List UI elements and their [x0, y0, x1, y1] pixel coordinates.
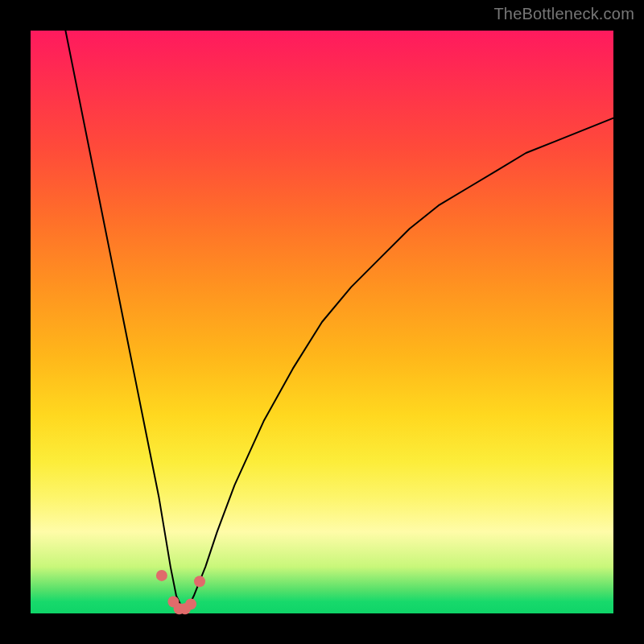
plot-area: [31, 31, 613, 613]
marker-dot: [194, 576, 205, 587]
highlight-markers: [156, 570, 205, 614]
watermark-text: TheBottleneck.com: [493, 5, 634, 23]
curve-layer: [31, 31, 613, 613]
chart-canvas: TheBottleneck.com: [0, 0, 644, 644]
marker-dot: [185, 598, 196, 609]
bottleneck-curve: [65, 31, 613, 608]
marker-dot: [156, 570, 167, 581]
